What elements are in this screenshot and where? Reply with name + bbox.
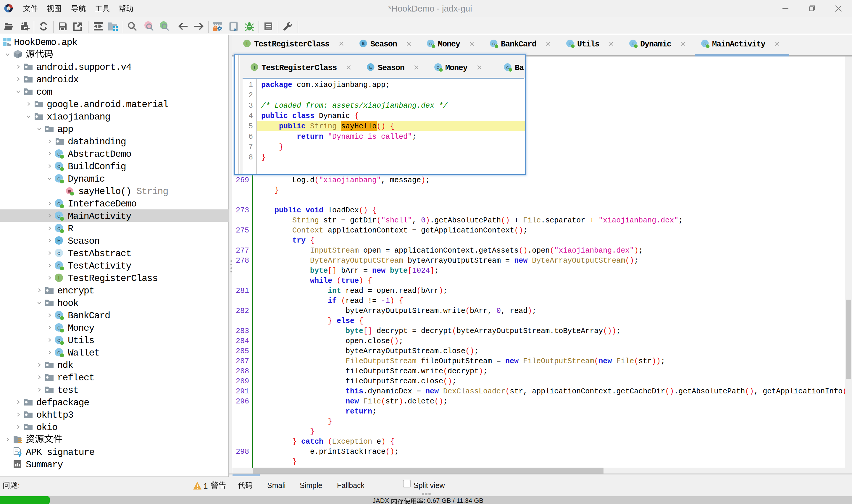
svg-text:I: I bbox=[254, 65, 255, 70]
svg-text:E: E bbox=[362, 41, 365, 46]
svg-text:I: I bbox=[58, 275, 59, 281]
svg-text:I: I bbox=[247, 41, 248, 46]
svg-text:E: E bbox=[369, 65, 372, 70]
svg-text:E: E bbox=[57, 238, 61, 243]
svg-text:c: c bbox=[57, 250, 60, 257]
svg-text:J: J bbox=[8, 7, 9, 10]
